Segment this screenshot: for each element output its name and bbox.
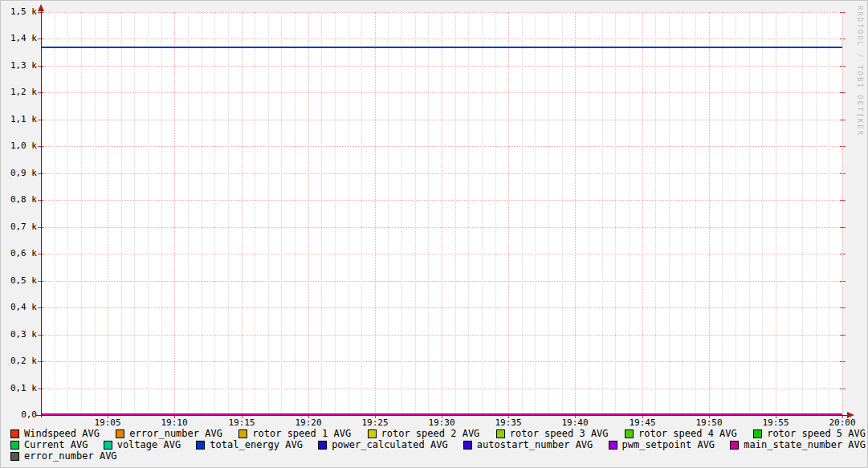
legend-item: Windspeed AVG: [10, 429, 100, 439]
legend-swatch: [104, 441, 112, 450]
grid-line-v-minor: [134, 12, 135, 415]
legend-swatch: [196, 441, 205, 450]
y-tick-label: 0,3 k: [1, 330, 37, 340]
legend-label: pwm_setpoint AVG: [622, 440, 715, 450]
legend-swatch: [463, 441, 472, 450]
x-tick-label: 19:30: [423, 417, 460, 428]
y-tick-label: 0,7 k: [1, 222, 37, 232]
x-axis-line: [36, 415, 848, 416]
legend-item: error_number AVG: [10, 451, 117, 462]
legend-item: total_energy AVG: [196, 440, 303, 450]
grid-line-v-major: [776, 12, 776, 415]
grid-line-v-major: [709, 12, 710, 415]
x-tick-label: 19:25: [357, 417, 393, 428]
grid-line-v-minor: [67, 12, 68, 415]
legend-item: pwm_setpoint AVG: [609, 440, 715, 450]
legend-item: error_number AVG: [116, 429, 222, 439]
y-tick-label: 1,2 k: [1, 87, 37, 97]
legend-swatch: [753, 429, 762, 438]
grid-line-v-minor: [188, 12, 189, 415]
x-tick-label: 19:05: [89, 417, 126, 428]
grid-line-v-minor: [95, 12, 96, 415]
grid-line-v-major: [308, 12, 309, 415]
grid-line-v-minor: [629, 12, 630, 415]
grid-line-v-minor: [589, 12, 589, 415]
grid-line-v-minor: [121, 12, 122, 415]
grid-line-v-minor: [388, 12, 389, 415]
legend-item: rotor speed 5 AVG: [753, 429, 866, 439]
x-tick-label: 19:45: [624, 417, 661, 428]
grid-line-v-major: [575, 12, 576, 415]
y-tick-label: 1,3 k: [1, 61, 37, 71]
y-tick-label: 0,6 k: [1, 249, 37, 258]
watermark-text: RRDTOOL / TOBI OETIKER: [856, 6, 864, 136]
legend-swatch: [10, 429, 19, 438]
grid-line-v-major: [108, 12, 108, 415]
y-tick-label: 0,8 k: [1, 195, 37, 205]
grid-line-v-minor: [548, 12, 549, 415]
legend-label: autostart_number AVG: [477, 440, 593, 450]
grid-line-v-minor: [161, 12, 162, 415]
grid-line-v-minor: [762, 12, 763, 415]
grid-line-v-major: [375, 12, 376, 415]
legend-item: rotor speed 1 AVG: [238, 429, 351, 439]
y-tick-label: 1,0 k: [1, 141, 37, 151]
y-tick-label: 0,4 k: [1, 303, 37, 312]
grid-line-v-minor: [202, 12, 202, 415]
y-tick-label: 0,2 k: [1, 356, 37, 366]
grid-line-v-minor: [695, 12, 696, 415]
legend-item: main_state_number AVG: [730, 440, 866, 450]
legend-item: rotor speed 3 AVG: [496, 429, 609, 439]
legend-label: power_calculated AVG: [332, 440, 448, 450]
grid-line-v-minor: [361, 12, 362, 415]
grid-line-v-major: [442, 12, 442, 415]
grid-line-v-minor: [802, 12, 803, 415]
legend-label: error_number AVG: [24, 451, 117, 462]
grid-line-v-minor: [268, 12, 269, 415]
x-tick-label: 19:20: [290, 417, 327, 428]
legend-swatch: [238, 429, 247, 438]
grid-line-v-minor: [736, 12, 736, 415]
grid-line-v-minor: [148, 12, 149, 415]
grid-line-v-minor: [214, 12, 215, 415]
legend-label: rotor speed 3 AVG: [510, 429, 609, 439]
grid-line-v-minor: [348, 12, 349, 415]
grid-line-v-minor: [415, 12, 416, 415]
grid-line-v-minor: [722, 12, 723, 415]
grid-line-v-minor: [615, 12, 616, 415]
legend-label: rotor speed 5 AVG: [767, 429, 866, 439]
grid-line-v-minor: [428, 12, 429, 415]
y-tick-label: 1,5 k: [1, 7, 37, 17]
legend-swatch: [625, 429, 634, 438]
grid-line-v-minor: [535, 12, 536, 415]
grid-line-v-minor: [682, 12, 683, 415]
legend-row-3: error_number AVG: [10, 450, 866, 462]
legend-row-2: Current AVGvoltage AVGtotal_energy AVGpo…: [10, 439, 866, 450]
grid-line-v-minor: [829, 12, 829, 415]
grid-line-v-major: [842, 12, 843, 415]
y-tick-label: 0,0: [1, 410, 37, 420]
grid-line-v-minor: [468, 12, 469, 415]
x-tick-label: 19:40: [556, 417, 593, 428]
legend-item: Current AVG: [10, 440, 88, 450]
grid-line-v-minor: [522, 12, 523, 415]
legend-item: rotor speed 2 AVG: [368, 429, 480, 439]
legend-label: error_number AVG: [129, 429, 222, 439]
legend-label: Current AVG: [24, 440, 88, 450]
legend-label: rotor speed 4 AVG: [638, 429, 737, 439]
y-tick-label: 0,9 k: [1, 169, 37, 178]
x-tick-label: 19:35: [490, 417, 527, 428]
legend-item: voltage AVG: [104, 440, 181, 450]
legend-swatch: [730, 441, 739, 450]
grid-line-v-minor: [55, 12, 55, 415]
legend-label: total_energy AVG: [210, 440, 303, 450]
grid-line-v-major: [642, 12, 643, 415]
legend-item: autostart_number AVG: [463, 440, 593, 450]
legend-swatch: [10, 452, 19, 461]
y-tick-label: 0,5 k: [1, 276, 37, 286]
grid-line-v-minor: [228, 12, 229, 415]
legend-label: rotor speed 1 AVG: [252, 429, 351, 439]
grid-line-v-minor: [295, 12, 295, 415]
x-tick-label: 19:50: [691, 417, 727, 428]
grid-line-v-minor: [495, 12, 496, 415]
